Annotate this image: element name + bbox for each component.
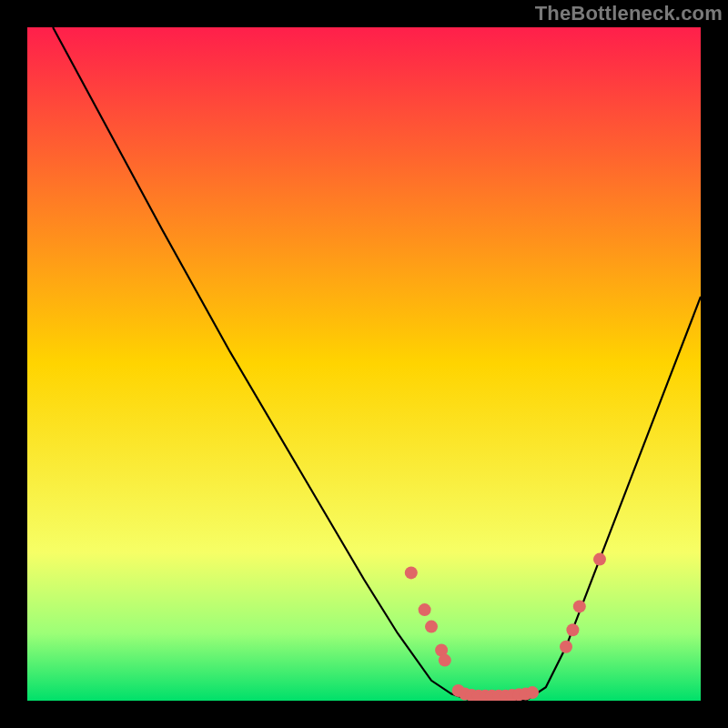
- data-point: [573, 600, 586, 612]
- data-point: [593, 553, 606, 566]
- chart-container: TheBottleneck.com: [0, 0, 728, 728]
- data-point: [425, 621, 438, 633]
- bottleneck-chart: [0, 0, 728, 728]
- plot-background: [27, 27, 701, 701]
- data-point: [566, 623, 579, 636]
- data-point: [560, 641, 572, 653]
- data-point: [526, 686, 539, 699]
- data-point: [419, 603, 431, 616]
- data-point: [405, 566, 418, 579]
- watermark-label: TheBottleneck.com: [535, 2, 723, 25]
- data-point: [439, 654, 451, 667]
